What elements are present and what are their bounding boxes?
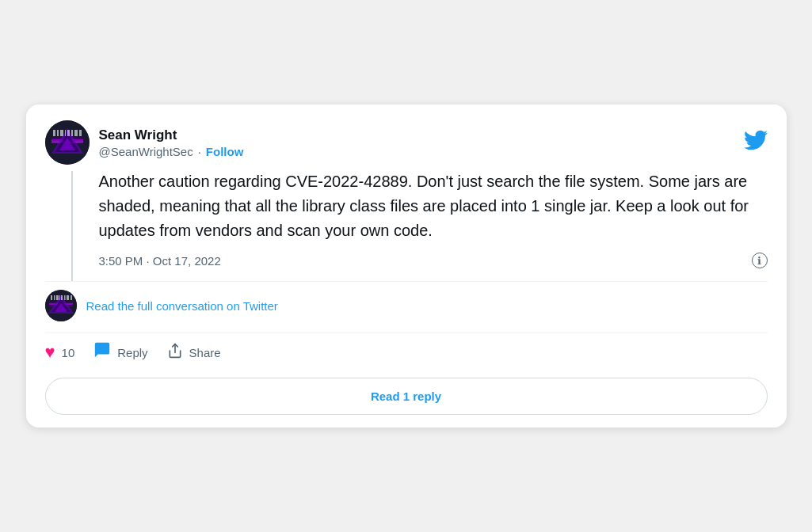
svg-rect-11 (67, 130, 70, 136)
twitter-logo-icon (744, 128, 768, 158)
share-button[interactable]: Share (167, 343, 221, 363)
read-reply-button[interactable]: Read 1 reply (45, 378, 768, 415)
svg-rect-27 (67, 295, 69, 300)
user-info: Sean Wright @SeanWrightSec · Follow (99, 127, 244, 158)
reply-bubble-icon (93, 341, 111, 363)
svg-rect-22 (54, 295, 55, 300)
info-symbol: ℹ (757, 255, 761, 267)
share-icon (167, 343, 183, 363)
tweet-timestamp: 3:50 PM · Oct 17, 2022 ℹ (99, 253, 768, 268)
svg-rect-23 (56, 295, 59, 300)
svg-rect-10 (65, 130, 66, 136)
actions-row: ♥ 10 Reply Share (45, 332, 768, 374)
tweet-header: Sean Wright @SeanWrightSec · Follow (45, 120, 768, 165)
svg-rect-12 (71, 130, 73, 136)
tweet-body-wrapper: Another caution regarding CVE-2022-42889… (45, 168, 768, 281)
timestamp-text: 3:50 PM · Oct 17, 2022 (99, 254, 221, 268)
svg-rect-7 (53, 130, 55, 136)
left-column (45, 168, 99, 281)
connector-line (71, 171, 73, 281)
svg-rect-24 (59, 295, 60, 300)
avatar[interactable] (45, 120, 90, 165)
like-button[interactable]: ♥ 10 (45, 342, 75, 363)
svg-rect-28 (71, 295, 72, 300)
reply-label: Reply (117, 346, 147, 359)
svg-rect-25 (61, 295, 63, 300)
svg-rect-26 (64, 295, 66, 300)
tweet-header-left: Sean Wright @SeanWrightSec · Follow (45, 120, 244, 165)
mini-avatar[interactable] (45, 290, 77, 321)
svg-rect-9 (60, 130, 63, 136)
heart-icon: ♥ (45, 342, 55, 363)
svg-rect-21 (51, 295, 52, 300)
display-name: Sean Wright (99, 127, 244, 144)
read-conversation-link[interactable]: Read the full conversation on Twitter (86, 299, 278, 313)
follow-button[interactable]: Follow (206, 145, 244, 158)
conversation-row: Read the full conversation on Twitter (45, 281, 768, 332)
svg-rect-13 (74, 130, 78, 136)
tweet-content: Another caution regarding CVE-2022-42889… (99, 168, 768, 281)
separator-dot: · (198, 145, 201, 158)
share-label: Share (189, 346, 221, 359)
svg-rect-8 (57, 130, 59, 136)
info-icon[interactable]: ℹ (752, 253, 768, 268)
tweet-card: Sean Wright @SeanWrightSec · Follow Anot… (26, 104, 787, 428)
svg-rect-14 (79, 130, 82, 136)
reply-button[interactable]: Reply (93, 341, 147, 363)
like-count: 10 (62, 346, 75, 359)
tweet-text: Another caution regarding CVE-2022-42889… (99, 169, 768, 243)
user-handle: @SeanWrightSec (99, 145, 193, 158)
handle-follow: @SeanWrightSec · Follow (99, 145, 244, 158)
